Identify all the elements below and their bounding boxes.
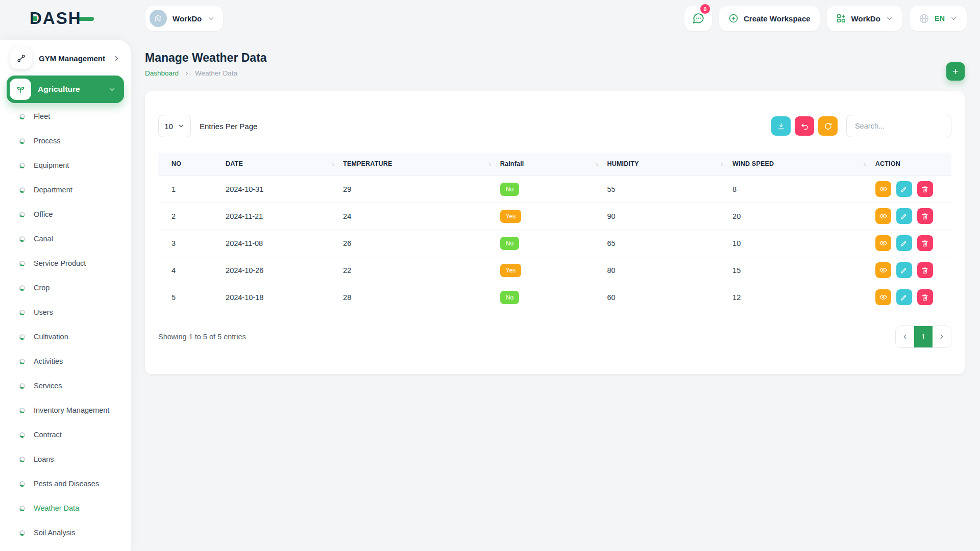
table-row: 4 2024-10-26 22 Yes 80 15	[158, 257, 951, 284]
cell-humidity: 90	[607, 203, 733, 230]
column-header-label: DATE	[226, 160, 243, 167]
sidebar-item-equipment[interactable]: Equipment	[0, 153, 131, 178]
sidebar-item-soil-analysis[interactable]: Soil Analysis	[0, 520, 131, 545]
workspace-switcher[interactable]: WorkDo	[145, 6, 223, 31]
sidebar-item-gym-management[interactable]: GYM Management	[7, 47, 124, 69]
breadcrumb-current: Weather Data	[195, 69, 237, 77]
sort-icon[interactable]: ↑↓	[488, 161, 491, 167]
search-input[interactable]	[846, 115, 951, 137]
refresh-button[interactable]	[818, 116, 838, 136]
view-button[interactable]	[875, 262, 891, 278]
cell-wind-speed: 20	[732, 203, 875, 230]
sidebar-item-label: Inventory Management	[34, 406, 109, 414]
cell-no: 5	[158, 284, 226, 311]
sidebar-item-service-product[interactable]: Service Product	[0, 251, 131, 276]
sidebar-item-fleet[interactable]: Fleet	[0, 104, 131, 129]
next-page-button[interactable]	[933, 326, 951, 347]
sidebar-item-services[interactable]: Services	[0, 373, 131, 398]
messages-button[interactable]: 0	[684, 6, 712, 31]
table-row: 2 2024-11-21 24 Yes 90 20	[158, 203, 951, 230]
cell-humidity: 65	[607, 230, 733, 257]
sort-icon[interactable]: ↑↓	[331, 161, 334, 167]
previous-page-button[interactable]	[896, 326, 914, 347]
language-selector[interactable]: EN	[910, 6, 967, 31]
sidebar: GYM Management Agriculture Fleet Process…	[0, 40, 131, 551]
pencil-icon	[900, 212, 908, 220]
sidebar-item-contract[interactable]: Contract	[0, 422, 131, 447]
cell-action	[875, 257, 951, 284]
column-header-humidity[interactable]: HUMIDITY ↑↓	[607, 153, 733, 176]
delete-button[interactable]	[917, 289, 933, 305]
view-button[interactable]	[875, 208, 891, 224]
sidebar-item-canal[interactable]: Canal	[0, 227, 131, 251]
bullet-icon	[19, 383, 25, 389]
bullet-icon	[19, 530, 25, 536]
sidebar-menu: Fleet Process Equipment Department Offic…	[0, 104, 131, 545]
column-header-temperature[interactable]: TEMPERATURE ↑↓	[343, 153, 500, 176]
workdo-menu-button[interactable]: WorkDo	[827, 6, 902, 31]
workdo-menu-label: WorkDo	[851, 14, 880, 23]
language-code: EN	[935, 14, 945, 22]
page-number-button[interactable]: 1	[914, 326, 933, 347]
column-header-date[interactable]: DATE ↑↓	[226, 153, 343, 176]
sidebar-item-department[interactable]: Department	[0, 178, 131, 202]
column-header-label: NO	[172, 160, 181, 167]
sidebar-module-agriculture[interactable]: Agriculture	[7, 76, 124, 103]
sort-icon[interactable]: ↑↓	[863, 161, 866, 167]
column-header-action[interactable]: ACTION	[875, 153, 951, 176]
delete-button[interactable]	[917, 181, 933, 197]
delete-button[interactable]	[917, 262, 933, 278]
delete-button[interactable]	[917, 235, 933, 251]
cell-no: 2	[158, 203, 226, 230]
delete-button[interactable]	[917, 208, 933, 224]
sidebar-item-inventory-management[interactable]: Inventory Management	[0, 398, 131, 422]
create-workspace-button[interactable]: Create Workspace	[719, 6, 820, 31]
table-header-row: NO DATE ↑↓ TEMPERATURE ↑↓ Rainfall ↑↓ HU…	[158, 153, 951, 176]
column-header-rainfall[interactable]: Rainfall ↑↓	[500, 153, 607, 176]
trash-icon	[921, 266, 929, 274]
cell-rainfall: No	[500, 230, 607, 257]
sidebar-item-users[interactable]: Users	[0, 300, 131, 324]
cell-date: 2024-11-08	[226, 230, 343, 257]
trash-icon	[921, 185, 929, 193]
cell-rainfall: No	[500, 284, 607, 311]
column-header-label: HUMIDITY	[607, 160, 639, 167]
edit-button[interactable]	[896, 289, 912, 305]
entries-per-page-select[interactable]: 10	[158, 115, 191, 137]
bullet-icon	[19, 285, 25, 291]
column-header-wind-speed[interactable]: WIND SPEED ↑↓	[732, 153, 875, 176]
sidebar-item-crop[interactable]: Crop	[0, 276, 131, 300]
sidebar-item-pests-and-diseases[interactable]: Pests and Diseases	[0, 471, 131, 496]
sidebar-item-activities[interactable]: Activities	[0, 349, 131, 373]
view-button[interactable]	[875, 181, 891, 197]
undo-button[interactable]	[795, 116, 814, 136]
sidebar-item-label: Crop	[34, 284, 50, 292]
add-record-button[interactable]: +	[946, 62, 965, 81]
sidebar-item-label: Services	[34, 382, 62, 390]
breadcrumb-dashboard-link[interactable]: Dashboard	[145, 69, 179, 77]
export-button[interactable]	[771, 116, 791, 136]
cell-date: 2024-11-21	[226, 203, 343, 230]
chevron-down-icon	[207, 15, 215, 22]
app-logo[interactable]: DASH	[33, 9, 94, 28]
bullet-icon	[19, 408, 25, 413]
bullet-icon	[19, 212, 25, 217]
sidebar-item-label: Service Product	[34, 259, 86, 267]
sidebar-item-office[interactable]: Office	[0, 202, 131, 227]
view-button[interactable]	[875, 289, 891, 305]
column-header-no[interactable]: NO	[158, 153, 226, 176]
edit-button[interactable]	[896, 262, 912, 278]
sort-icon[interactable]: ↑↓	[720, 161, 723, 167]
sidebar-item-weather-data[interactable]: Weather Data	[0, 496, 131, 520]
view-button[interactable]	[875, 235, 891, 251]
edit-button[interactable]	[896, 235, 912, 251]
sidebar-item-loans[interactable]: Loans	[0, 447, 131, 471]
sidebar-item-label: Canal	[34, 235, 53, 243]
sidebar-item-cultivation[interactable]: Cultivation	[0, 324, 131, 349]
bullet-icon	[19, 114, 25, 119]
table-footer: Showing 1 to 5 of 5 entries 1	[158, 325, 951, 348]
sidebar-item-process[interactable]: Process	[0, 129, 131, 153]
edit-button[interactable]	[896, 208, 912, 224]
sort-icon[interactable]: ↑↓	[595, 161, 598, 167]
edit-button[interactable]	[896, 181, 912, 197]
